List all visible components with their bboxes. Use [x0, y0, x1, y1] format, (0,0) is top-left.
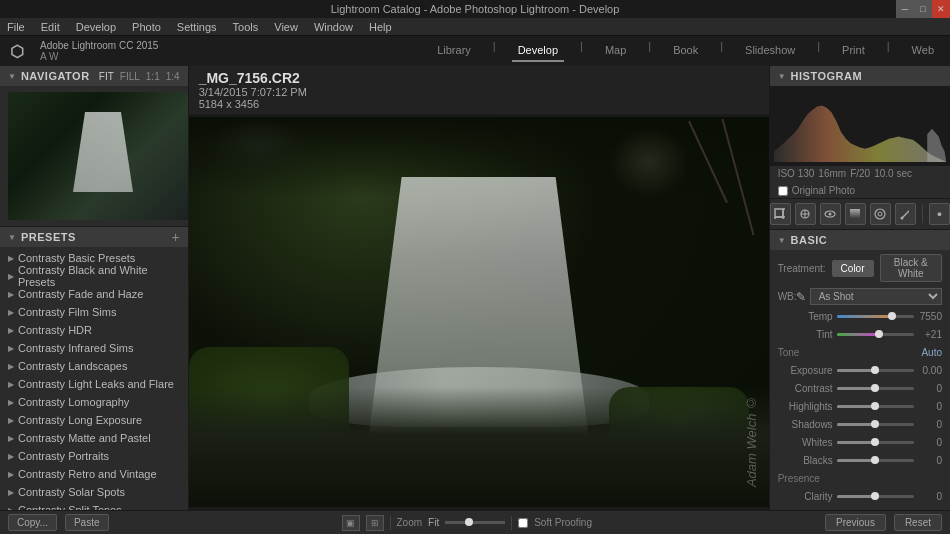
single-view-button[interactable]: ▣: [342, 515, 360, 531]
clarity-slider-thumb[interactable]: [871, 492, 879, 500]
navigator-title: Navigator: [21, 70, 90, 82]
navigator-header[interactable]: ▼ Navigator FIT FILL 1:1 1:4: [0, 66, 188, 86]
exposure-slider-track[interactable]: [837, 369, 914, 372]
temp-slider-thumb[interactable]: [888, 312, 896, 320]
clarity-slider-track[interactable]: [837, 495, 914, 498]
preset-group-retro[interactable]: ▶ Contrasty Retro and Vintage: [0, 465, 188, 483]
tab-slideshow[interactable]: Slideshow: [739, 40, 801, 62]
wb-select[interactable]: As Shot Auto Daylight Cloudy Shade Tungs…: [810, 288, 942, 305]
photo-area[interactable]: Adam Welch ©: [189, 114, 769, 510]
close-button[interactable]: ✕: [932, 0, 950, 18]
shadows-slider-thumb[interactable]: [871, 420, 879, 428]
menu-window[interactable]: Window: [311, 21, 356, 33]
zoom-slider[interactable]: [445, 521, 505, 524]
svg-marker-0: [774, 106, 946, 162]
histogram-area: [770, 86, 950, 166]
group-label: Contrasty Portraits: [18, 450, 109, 462]
menu-develop[interactable]: Develop: [73, 21, 119, 33]
contrast-slider-track[interactable]: [837, 387, 914, 390]
blacks-slider-track[interactable]: [837, 459, 914, 462]
temp-slider-track[interactable]: [837, 315, 914, 318]
treatment-color-button[interactable]: Color: [832, 260, 874, 277]
navigator-thumbnail[interactable]: [8, 92, 189, 220]
treatment-bw-button[interactable]: Black & White: [880, 254, 942, 282]
minimize-button[interactable]: ─: [896, 0, 914, 18]
crop-tool-button[interactable]: [770, 203, 791, 225]
highlights-label: Highlights: [778, 401, 833, 412]
menu-help[interactable]: Help: [366, 21, 395, 33]
presets-header[interactable]: ▼ Presets +: [0, 227, 188, 247]
tone-curve-point-button[interactable]: ●: [929, 203, 950, 225]
histogram-header[interactable]: ▼ Histogram: [770, 66, 950, 86]
preset-group-portraits[interactable]: ▶ Contrasty Portraits: [0, 447, 188, 465]
preset-group-long-exposure[interactable]: ▶ Contrasty Long Exposure: [0, 411, 188, 429]
paste-button[interactable]: Paste: [65, 514, 109, 531]
nav-fill[interactable]: FILL: [120, 71, 140, 82]
compare-view-button[interactable]: ⊞: [366, 515, 384, 531]
preset-group-split-tones[interactable]: ▶ Contrasty Split Tones: [0, 501, 188, 510]
photo-info: _MG_7156.CR2 3/14/2015 7:07:12 PM 5184 x…: [189, 66, 769, 114]
menu-settings[interactable]: Settings: [174, 21, 220, 33]
preset-group-lomography[interactable]: ▶ Contrasty Lomography: [0, 393, 188, 411]
red-eye-tool-button[interactable]: [820, 203, 841, 225]
whites-slider-track[interactable]: [837, 441, 914, 444]
zoom-slider-thumb[interactable]: [465, 518, 473, 526]
blacks-slider-thumb[interactable]: [871, 456, 879, 464]
highlights-slider-track[interactable]: [837, 405, 914, 408]
preset-group-bw[interactable]: ▶ Contrasty Black and White Presets: [0, 267, 188, 285]
copy-button[interactable]: Copy...: [8, 514, 57, 531]
tab-web[interactable]: Web: [906, 40, 940, 62]
menu-file[interactable]: File: [4, 21, 28, 33]
heal-tool-button[interactable]: [795, 203, 816, 225]
contrast-slider-thumb[interactable]: [871, 384, 879, 392]
gradient-filter-button[interactable]: [845, 203, 866, 225]
group-triangle: ▶: [8, 380, 14, 389]
preset-group-film[interactable]: ▶ Contrasty Film Sims: [0, 303, 188, 321]
whites-slider-thumb[interactable]: [871, 438, 879, 446]
reset-button[interactable]: Reset: [894, 514, 942, 531]
crop-icon: [774, 208, 786, 220]
exposure-value: 0.00: [918, 365, 942, 376]
menu-tools[interactable]: Tools: [230, 21, 262, 33]
svg-point-11: [829, 213, 832, 216]
heal-icon: [799, 208, 811, 220]
highlights-slider-thumb[interactable]: [871, 402, 879, 410]
basic-header[interactable]: ▼ Basic: [770, 230, 950, 250]
soft-proofing-checkbox[interactable]: [518, 518, 528, 528]
presets-add-button[interactable]: +: [171, 229, 179, 245]
maximize-button[interactable]: □: [914, 0, 932, 18]
shadows-slider-track[interactable]: [837, 423, 914, 426]
exposure-slider-thumb[interactable]: [871, 366, 879, 374]
nav-1-4[interactable]: 1:4: [166, 71, 180, 82]
auto-button[interactable]: Auto: [921, 347, 942, 358]
menu-photo[interactable]: Photo: [129, 21, 164, 33]
presets-title: Presets: [21, 231, 76, 243]
histogram-title: Histogram: [791, 70, 863, 82]
tab-print[interactable]: Print: [836, 40, 871, 62]
menu-view[interactable]: View: [271, 21, 301, 33]
presets-triangle: ▼: [8, 233, 16, 242]
tint-slider-thumb[interactable]: [875, 330, 883, 338]
preset-group-matte[interactable]: ▶ Contrasty Matte and Pastel: [0, 429, 188, 447]
radial-filter-button[interactable]: [870, 203, 891, 225]
preset-group-landscapes[interactable]: ▶ Contrasty Landscapes: [0, 357, 188, 375]
whites-label: Whites: [778, 437, 833, 448]
tint-slider-track[interactable]: [837, 333, 914, 336]
tab-develop[interactable]: Develop: [512, 40, 564, 62]
brush-tool-button[interactable]: [895, 203, 916, 225]
preset-group-light-leaks[interactable]: ▶ Contrasty Light Leaks and Flare: [0, 375, 188, 393]
wb-eyedropper-icon[interactable]: ✎: [796, 290, 806, 304]
preset-group-solar[interactable]: ▶ Contrasty Solar Spots: [0, 483, 188, 501]
nav-fit[interactable]: FIT: [99, 71, 114, 82]
blacks-slider-fill: [837, 459, 876, 462]
preset-group-hdr[interactable]: ▶ Contrasty HDR: [0, 321, 188, 339]
preset-group-infrared[interactable]: ▶ Contrasty Infrared Sims: [0, 339, 188, 357]
menu-edit[interactable]: Edit: [38, 21, 63, 33]
original-photo-checkbox[interactable]: [778, 186, 788, 196]
nav-1-1[interactable]: 1:1: [146, 71, 160, 82]
exposure-label: Exposure: [778, 365, 833, 376]
previous-button[interactable]: Previous: [825, 514, 886, 531]
tab-map[interactable]: Map: [599, 40, 632, 62]
tab-book[interactable]: Book: [667, 40, 704, 62]
tab-library[interactable]: Library: [431, 40, 477, 62]
